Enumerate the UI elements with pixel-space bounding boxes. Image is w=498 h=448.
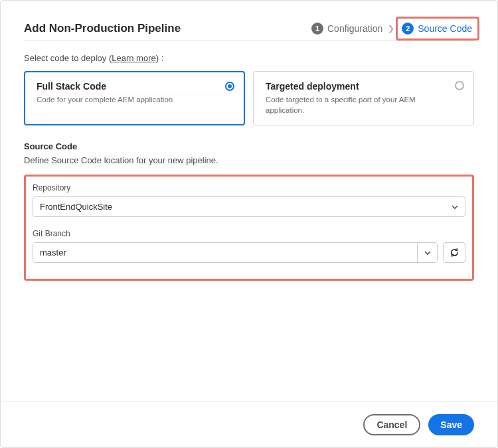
step-label: Source Code [418, 23, 472, 34]
cancel-button[interactable]: Cancel [363, 414, 420, 435]
option-targeted-deployment[interactable]: Targeted deployment Code targeted to a s… [253, 71, 474, 125]
git-branch-row [33, 242, 465, 263]
chevron-right-icon: ❯ [388, 24, 394, 33]
git-branch-field: Git Branch [33, 229, 465, 263]
prompt-text-suffix: ) : [156, 53, 164, 63]
git-branch-label: Git Branch [33, 229, 465, 238]
repository-value: FrontEndQuickSite [40, 202, 112, 212]
radio-icon [455, 81, 464, 90]
option-desc: Code for your complete AEM application [37, 94, 211, 105]
source-code-heading: Source Code [24, 141, 474, 151]
option-desc: Code targeted to a specific part of your… [266, 94, 440, 115]
git-branch-input[interactable] [33, 243, 417, 262]
step-number: 1 [311, 23, 323, 35]
source-code-desc: Define Source Code location for your new… [24, 155, 474, 165]
repository-field: Repository FrontEndQuickSite [33, 183, 465, 217]
chevron-down-icon [424, 251, 431, 255]
refresh-icon [450, 248, 459, 258]
radio-icon [225, 82, 234, 91]
refresh-button[interactable] [443, 242, 465, 263]
modal-footer: Cancel Save [1, 402, 497, 447]
option-full-stack-code[interactable]: Full Stack Code Code for your complete A… [24, 71, 245, 125]
repository-select[interactable]: FrontEndQuickSite [33, 196, 465, 217]
modal-content: Add Non-Production Pipeline 1 Configurat… [1, 1, 497, 402]
git-branch-combobox [33, 242, 438, 263]
modal-header: Add Non-Production Pipeline 1 Configurat… [24, 21, 474, 41]
step-configuration[interactable]: 1 Configuration [311, 23, 382, 35]
git-branch-dropdown-button[interactable] [417, 243, 437, 262]
step-number: 2 [402, 23, 414, 35]
repository-label: Repository [33, 183, 465, 192]
add-pipeline-modal: Add Non-Production Pipeline 1 Configurat… [0, 0, 498, 448]
deploy-prompt: Select code to deploy (Learn more) : [24, 53, 474, 63]
page-title: Add Non-Production Pipeline [24, 22, 181, 35]
highlight-step-source-code: 2 Source Code [396, 17, 479, 40]
chevron-down-icon [452, 205, 458, 209]
prompt-text-prefix: Select code to deploy ( [24, 53, 112, 63]
step-source-code[interactable]: 2 Source Code [402, 23, 472, 35]
deploy-options: Full Stack Code Code for your complete A… [24, 71, 474, 125]
step-label: Configuration [327, 23, 382, 34]
save-button[interactable]: Save [428, 414, 474, 435]
option-title: Targeted deployment [266, 81, 440, 92]
step-indicator: 1 Configuration ❯ 2 Source Code [311, 21, 474, 37]
option-title: Full Stack Code [37, 81, 211, 92]
learn-more-link[interactable]: Learn more [112, 53, 155, 63]
highlight-source-fields: Repository FrontEndQuickSite Git Branch [24, 175, 474, 281]
